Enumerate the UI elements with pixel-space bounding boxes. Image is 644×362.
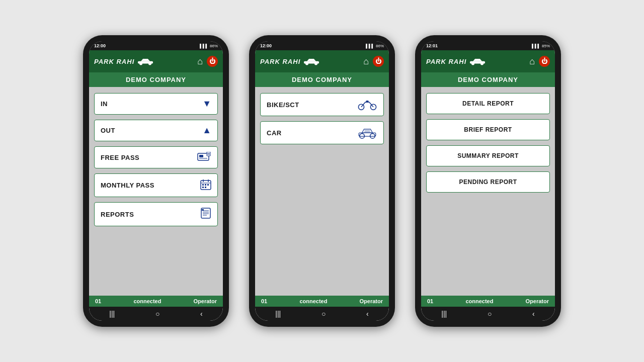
free-pass-button[interactable]: FREE PASS — [94, 146, 218, 168]
footer-role-3: Operator — [526, 298, 549, 304]
company-banner-3: DEMO COMPANY — [421, 72, 555, 87]
app-container: 12:00 ▌▌▌ 86% PARK RAHI — [83, 35, 561, 327]
svg-rect-15 — [202, 187, 204, 188]
report-icon — [200, 208, 211, 221]
footer-status-3: connected — [465, 298, 493, 304]
bike-sct-label: BIKE/SCT — [267, 101, 299, 109]
logo-text-3: PARK RAHI — [426, 58, 466, 65]
phone-1-screen: 12:00 ▌▌▌ 86% PARK RAHI — [89, 41, 223, 321]
detail-report-label: DETAIL REPORT — [462, 100, 514, 107]
phone-3: 12:01 ▌▌▌ 85% PARK RAHI — [415, 35, 561, 327]
time-2: 12:00 — [260, 43, 272, 48]
nav-back-icon-3[interactable]: ‹ — [532, 310, 535, 318]
home-icon-2[interactable]: ⌂ — [363, 56, 369, 67]
reports-button[interactable]: REPORTS — [94, 202, 218, 226]
nav-menu-icon-1[interactable]: ||| — [109, 310, 115, 318]
car-label: CAR — [267, 129, 282, 137]
logo-car-icon-3 — [468, 56, 487, 66]
monthly-pass-button[interactable]: MONTHLY PASS — [94, 173, 218, 197]
header-icons-1: ⌂ ⏻ — [197, 56, 218, 67]
detail-report-button[interactable]: DETAIL REPORT — [426, 93, 550, 114]
battery-3: 85% — [542, 44, 550, 48]
brief-report-button[interactable]: BRIEF REPORT — [426, 119, 550, 140]
report-svg — [200, 208, 211, 219]
signal-icon-3: ▌▌▌ — [532, 44, 540, 48]
logo-area-3: PARK RAHI — [426, 56, 487, 66]
svg-rect-22 — [202, 209, 204, 211]
svg-rect-2 — [138, 61, 153, 64]
footer-status-2: connected — [299, 298, 327, 304]
svg-rect-12 — [202, 184, 204, 186]
signal-icon-2: ▌▌▌ — [366, 44, 374, 48]
battery-1: 86% — [210, 44, 218, 48]
logo-text-1: PARK RAHI — [94, 58, 134, 65]
nav-home-icon-1[interactable]: ○ — [155, 310, 159, 318]
phone-3-screen: 12:01 ▌▌▌ 85% PARK RAHI — [421, 41, 555, 321]
nav-back-icon-2[interactable]: ‹ — [366, 310, 369, 318]
signal-icon-1: ▌▌▌ — [200, 44, 208, 48]
company-banner-2: DEMO COMPANY — [255, 72, 389, 87]
app-header-3: PARK RAHI ⌂ ⏻ — [421, 50, 555, 72]
car-button[interactable]: CAR — [260, 121, 384, 144]
header-icons-3: ⌂ ⏻ — [529, 56, 550, 67]
svg-rect-13 — [205, 184, 206, 186]
power-btn-2[interactable]: ⏻ — [373, 56, 384, 67]
time-1: 12:00 — [94, 43, 106, 48]
footer-role-1: Operator — [194, 298, 217, 304]
nav-back-icon-1[interactable]: ‹ — [200, 310, 203, 318]
phone-2: 12:00 ▌▌▌ 86% PARK RAHI — [249, 35, 395, 327]
bike-icon — [357, 99, 377, 111]
svg-rect-16 — [205, 187, 206, 188]
phone-2-screen: 12:00 ▌▌▌ 86% PARK RAHI — [255, 41, 389, 321]
svg-rect-28 — [366, 101, 369, 102]
nav-menu-icon-3[interactable]: ||| — [441, 310, 447, 318]
car-icon — [357, 127, 377, 139]
nav-bar-3: ||| ○ ‹ — [421, 307, 555, 321]
pass-icon — [197, 152, 211, 163]
company-banner-1: DEMO COMPANY — [89, 72, 223, 87]
main-content-3: DETAIL REPORT BRIEF REPORT SUMMARY REPOR… — [421, 87, 555, 296]
main-content-2: BIKE/SCT CAR — [255, 87, 389, 296]
summary-report-button[interactable]: SUMMARY REPORT — [426, 145, 550, 166]
nav-bar-2: ||| ○ ‹ — [255, 307, 389, 321]
app-header-2: PARK RAHI ⌂ ⏻ — [255, 50, 389, 72]
footer-status-1: connected — [133, 298, 161, 304]
app-header-1: PARK RAHI ⌂ ⏻ — [89, 50, 223, 72]
status-footer-1: 01 connected Operator — [89, 296, 223, 307]
power-btn-3[interactable]: ⏻ — [539, 56, 550, 67]
svg-rect-35 — [470, 61, 485, 64]
svg-point-29 — [360, 134, 365, 139]
status-bar-1: 12:00 ▌▌▌ 86% — [89, 41, 223, 50]
power-btn-1[interactable]: ⏻ — [207, 56, 218, 67]
summary-report-label: SUMMARY REPORT — [457, 152, 519, 159]
brief-report-label: BRIEF REPORT — [464, 126, 512, 133]
nav-home-icon-3[interactable]: ○ — [488, 310, 492, 318]
phone-1: 12:00 ▌▌▌ 86% PARK RAHI — [83, 35, 229, 327]
calendar-icon — [200, 179, 211, 192]
pending-report-label: PENDING REPORT — [459, 178, 517, 186]
signal-battery-2: ▌▌▌ 86% — [366, 44, 384, 48]
nav-bar-1: ||| ○ ‹ — [89, 307, 223, 321]
footer-num-3: 01 — [427, 298, 433, 304]
footer-num-2: 01 — [261, 298, 267, 304]
home-icon-3[interactable]: ⌂ — [529, 56, 535, 67]
bike-sct-button[interactable]: BIKE/SCT — [260, 93, 384, 116]
time-3: 12:01 — [426, 43, 438, 48]
svg-rect-32 — [364, 130, 370, 132]
home-icon-1[interactable]: ⌂ — [197, 56, 203, 67]
in-label: IN — [101, 100, 108, 108]
svg-rect-14 — [207, 184, 209, 186]
logo-car-icon-1 — [136, 56, 154, 66]
nav-home-icon-2[interactable]: ○ — [321, 310, 326, 318]
logo-area-1: PARK RAHI — [94, 56, 154, 66]
out-button[interactable]: OUT ▲ — [94, 120, 218, 141]
arrow-up-icon: ▲ — [202, 125, 211, 136]
signal-battery-3: ▌▌▌ 85% — [532, 44, 550, 48]
logo-area-2: PARK RAHI — [260, 56, 320, 66]
main-content-1: IN ▼ OUT ▲ FREE PASS — [89, 87, 223, 296]
free-pass-label: FREE PASS — [101, 154, 139, 161]
nav-menu-icon-2[interactable]: ||| — [275, 310, 281, 318]
footer-role-2: Operator — [360, 298, 383, 304]
in-button[interactable]: IN ▼ — [94, 93, 218, 115]
pending-report-button[interactable]: PENDING REPORT — [426, 171, 550, 193]
